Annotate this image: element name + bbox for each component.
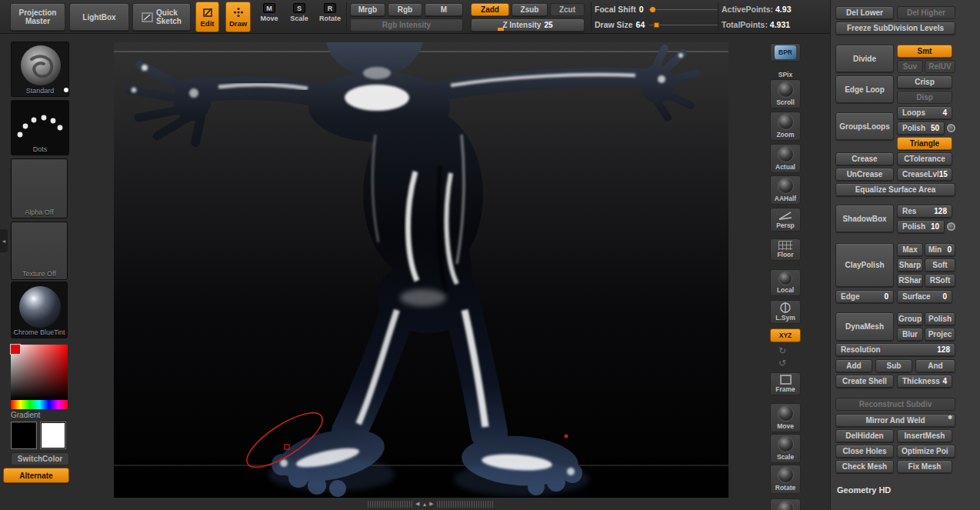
fix-mesh-button[interactable]: Fix Mesh (897, 460, 952, 473)
dynamesh-group-toggle[interactable]: Group (897, 312, 923, 325)
move-button[interactable]: M Move (258, 3, 281, 22)
del-lower-button[interactable]: Del Lower (835, 6, 894, 19)
brush-selector[interactable]: Standard (11, 42, 69, 97)
local-toggle-button[interactable]: Local (770, 269, 801, 296)
bpr-button[interactable]: BPR (770, 43, 801, 62)
uncrease-button[interactable]: UnCrease (835, 168, 894, 181)
edge-slider[interactable]: Edge 0 (835, 290, 894, 303)
material-selector[interactable]: Chrome BlueTint (11, 282, 68, 338)
scroll-tool-button[interactable]: Scroll (770, 79, 801, 108)
alpha-selector[interactable]: Alpha Off (11, 158, 68, 218)
reconstruct-subdiv-button[interactable]: Reconstruct Subdiv (835, 398, 955, 411)
polish-shadowbox-slider[interactable]: Polish 10 (897, 220, 945, 233)
geometry-hd-section-header[interactable]: Geometry HD (837, 485, 891, 495)
spix-slider[interactable]: SPix (770, 66, 801, 80)
edge-loop-button[interactable]: Edge Loop (835, 75, 894, 103)
aahalf-button[interactable]: AAHalf (770, 175, 801, 205)
polish-loops-slider[interactable]: Polish 50 (897, 122, 945, 135)
claypolish-sharp-slider[interactable]: Sharp (897, 258, 923, 272)
z-intensity-slider[interactable]: Z Intensity 25 (471, 18, 585, 32)
rgb-intensity-slider[interactable]: Rgb Intensity (350, 18, 463, 32)
floor-toggle-button[interactable]: Floor (770, 238, 801, 261)
smt-toggle[interactable]: Smt (897, 45, 952, 58)
spin-cw-icon[interactable]: ↻ (778, 345, 786, 356)
boolean-sub-toggle[interactable]: Sub (875, 359, 912, 372)
zcut-button[interactable]: Zcut (550, 3, 585, 16)
dynamesh-blur-slider[interactable]: Blur (897, 328, 923, 341)
scroll-up-icon[interactable]: ▲ (422, 502, 427, 507)
surface-slider[interactable]: Surface 0 (897, 290, 952, 303)
dynamesh-button[interactable]: DynaMesh (835, 312, 894, 341)
del-higher-button[interactable]: Del Higher (897, 6, 955, 19)
secondary-color-swatch[interactable] (40, 422, 66, 449)
triangle-toggle[interactable]: Triangle (897, 137, 952, 150)
freeze-subdivision-button[interactable]: Freeze SubDivision Levels (835, 22, 955, 35)
projection-master-button[interactable]: Projection Master (10, 3, 65, 31)
scale-button[interactable]: S Scale (287, 3, 312, 22)
reluv-toggle[interactable]: RelUV (925, 60, 955, 73)
close-holes-button[interactable]: Close Holes (835, 445, 894, 458)
zsub-button[interactable]: Zsub (512, 3, 548, 16)
frame-button[interactable]: Frame (770, 372, 801, 395)
crisp-toggle[interactable]: Crisp (897, 75, 952, 88)
resolution-slider[interactable]: Resolution 128 (835, 343, 955, 356)
lightbox-button[interactable]: LightBox (69, 3, 129, 31)
rgb-button[interactable]: Rgb (388, 3, 422, 16)
creaselvl-slider[interactable]: CreaseLvl 15 (897, 168, 952, 181)
draw-button[interactable]: Draw (225, 2, 251, 32)
lsym-toggle-button[interactable]: L.Sym (770, 300, 801, 324)
hue-bar[interactable] (11, 400, 68, 409)
alternate-button[interactable]: Alternate (3, 468, 69, 483)
canvas-hscrollbar-right[interactable] (437, 501, 494, 508)
nav-extra-button[interactable] (770, 498, 801, 510)
actual-size-button[interactable]: Actual (770, 144, 801, 173)
nav-move-button[interactable]: Move (770, 403, 801, 432)
viewport-render[interactable] (114, 42, 728, 498)
m-button[interactable]: M (425, 3, 463, 16)
focal-shift-track[interactable] (648, 9, 718, 10)
zoom-tool-button[interactable]: Zoom (770, 112, 801, 141)
claypolish-min-slider[interactable]: Min 0 (925, 243, 955, 256)
switch-color-button[interactable]: SwitchColor (11, 452, 69, 465)
mirror-and-weld-button[interactable]: Mirror And Weld ✻ (835, 414, 955, 427)
crease-button[interactable]: Crease (835, 152, 894, 165)
canvas-hscrollbar-left[interactable] (368, 501, 412, 508)
z-intensity-handle[interactable] (498, 28, 504, 31)
optimize-points-button[interactable]: Optimize Poi (897, 445, 955, 458)
suv-toggle[interactable]: Suv (897, 60, 923, 73)
equalize-surface-button[interactable]: Equalize Surface Area (835, 183, 955, 196)
thickness-slider[interactable]: Thickness 4 (897, 375, 952, 388)
check-mesh-button[interactable]: Check Mesh (835, 460, 894, 473)
groups-loops-button[interactable]: GroupsLoops (835, 112, 894, 140)
boolean-add-toggle[interactable]: Add (835, 359, 872, 372)
disp-toggle[interactable]: Disp (897, 91, 952, 104)
edit-button[interactable]: Edit (195, 2, 219, 32)
scroll-right-icon[interactable]: ▶ (429, 501, 433, 507)
shadowbox-button[interactable]: ShadowBox (835, 205, 894, 232)
color-picker[interactable] (11, 345, 68, 409)
nav-rotate-button[interactable]: Rotate (770, 465, 801, 494)
draw-size-slider[interactable]: Draw Size 64 (595, 18, 718, 31)
texture-selector[interactable]: Texture Off (11, 222, 68, 280)
divide-button[interactable]: Divide (835, 45, 894, 72)
polish-shadowbox-radio[interactable] (947, 222, 955, 231)
stroke-selector[interactable]: Dots (11, 100, 69, 155)
claypolish-soft-slider[interactable]: Soft (925, 258, 955, 272)
spin-ccw-icon[interactable]: ↺ (778, 358, 786, 368)
claypolish-max-slider[interactable]: Max (897, 243, 923, 256)
claypolish-button[interactable]: ClayPolish (835, 243, 894, 287)
loops-slider[interactable]: Loops 4 (897, 106, 952, 119)
res-slider[interactable]: Res 128 (897, 205, 952, 218)
del-hidden-button[interactable]: DelHidden (835, 429, 894, 442)
scroll-left-icon[interactable]: ◀ (415, 501, 419, 507)
main-color-swatch[interactable] (11, 422, 37, 449)
tray-collapse-arrow[interactable]: ◄ (0, 229, 8, 252)
ctolerance-slider[interactable]: CTolerance (897, 152, 952, 165)
create-shell-button[interactable]: Create Shell (835, 375, 894, 388)
focal-shift-slider[interactable]: Focal Shift 0 (595, 3, 718, 15)
persp-toggle-button[interactable]: Persp (770, 208, 801, 232)
draw-size-track[interactable] (649, 25, 718, 25)
mrgb-button[interactable]: Mrgb (350, 3, 385, 16)
quick-sketch-button[interactable]: Quick Sketch (132, 3, 191, 31)
xyz-sym-button[interactable]: XYZ (770, 328, 801, 342)
